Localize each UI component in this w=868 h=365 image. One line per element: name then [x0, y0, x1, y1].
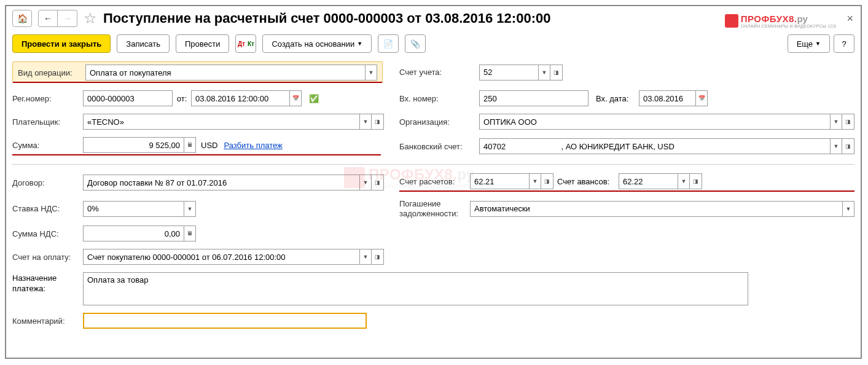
org-label: Организация: — [399, 117, 479, 127]
settleacc-dropdown[interactable]: ▼ — [529, 173, 541, 189]
contract-input[interactable] — [83, 175, 359, 190]
date-input[interactable] — [191, 90, 289, 106]
dt-kt-button[interactable]: ДтКт — [235, 34, 256, 53]
debt-label: Погашение задолженности: — [399, 199, 470, 218]
purpose-textarea[interactable] — [83, 272, 748, 305]
payer-open[interactable]: ◨ — [372, 114, 384, 130]
advanceacc-dropdown[interactable]: ▼ — [678, 173, 690, 189]
bankacc-input[interactable] — [479, 138, 830, 154]
vatrate-label: Ставка НДС: — [12, 204, 83, 213]
payer-label: Плательщик: — [12, 117, 83, 127]
account-open[interactable]: ◨ — [550, 65, 563, 80]
account-dropdown[interactable]: ▼ — [538, 65, 550, 80]
advanceacc-label: Счет авансов: — [557, 177, 619, 186]
invoice-input[interactable] — [83, 249, 359, 265]
favorite-star-icon[interactable]: ☆ — [84, 10, 97, 27]
sum-input[interactable] — [83, 137, 184, 153]
payer-dropdown[interactable]: ▼ — [359, 114, 372, 130]
attach-button[interactable]: 📎 — [405, 34, 426, 53]
comment-label: Комментарий: — [12, 316, 83, 326]
invoice-dropdown[interactable]: ▼ — [359, 249, 372, 265]
org-input[interactable] — [479, 114, 830, 130]
ok-icon: ✅ — [309, 94, 319, 103]
op-type-label: Вид операции: — [18, 68, 85, 77]
payer-input[interactable] — [83, 114, 359, 130]
innum-label: Вх. номер: — [399, 94, 479, 103]
bankacc-dropdown[interactable]: ▼ — [830, 138, 842, 154]
innum-input[interactable] — [479, 90, 588, 106]
brand-logo: ПРОФБУХ8.ру ОНЛАЙН СЕМИНАРЫ И ВИДЕОКУРСЫ… — [725, 14, 836, 28]
org-dropdown[interactable]: ▼ — [830, 114, 842, 130]
invoice-open[interactable]: ◨ — [372, 249, 384, 265]
bankacc-label: Банковский счет: — [399, 142, 479, 151]
regnum-input[interactable] — [83, 90, 173, 106]
vatsum-label: Сумма НДС: — [12, 229, 83, 238]
contract-dropdown[interactable]: ▼ — [359, 175, 372, 190]
account-input[interactable] — [479, 65, 538, 80]
purpose-label: Назначение платежа: — [12, 272, 83, 294]
sum-calc-icon[interactable]: 🖩 — [184, 137, 196, 153]
advanceacc-open[interactable]: ◨ — [690, 173, 702, 189]
logo-icon — [725, 14, 738, 28]
debt-dropdown[interactable]: ▼ — [842, 201, 854, 217]
close-icon[interactable]: × — [846, 12, 853, 25]
debt-input[interactable] — [470, 201, 842, 217]
more-button[interactable]: Еще ▼ — [788, 34, 830, 53]
indate-calendar-icon[interactable]: 📅 — [695, 90, 708, 106]
indate-input[interactable] — [639, 90, 695, 106]
forward-button[interactable]: → — [58, 10, 77, 27]
settleacc-open[interactable]: ◨ — [541, 173, 553, 189]
indate-label: Вх. дата: — [596, 94, 639, 103]
settleacc-input[interactable] — [470, 173, 529, 189]
save-button[interactable]: Записать — [117, 34, 170, 53]
op-type-dropdown[interactable]: ▼ — [365, 65, 377, 80]
bankacc-open[interactable]: ◨ — [842, 138, 854, 154]
vatsum-calc-icon[interactable]: 🖩 — [184, 226, 196, 241]
help-button[interactable]: ? — [834, 34, 854, 53]
regnum-label: Рег.номер: — [12, 94, 83, 103]
settleacc-label: Счет расчетов: — [399, 177, 470, 186]
invoice-label: Счет на оплату: — [12, 253, 83, 262]
vatrate-input[interactable] — [83, 201, 184, 217]
org-open[interactable]: ◨ — [842, 114, 854, 130]
advanceacc-input[interactable] — [619, 173, 678, 189]
contract-label: Договор: — [12, 178, 83, 187]
create-based-button[interactable]: Создать на основании ▼ — [262, 34, 372, 53]
back-button[interactable]: ← — [38, 10, 58, 27]
account-label: Счет учета: — [399, 68, 479, 77]
report-button[interactable]: 📄 — [378, 34, 399, 53]
sum-label: Сумма: — [12, 141, 83, 150]
vatsum-input[interactable] — [83, 226, 184, 241]
post-button[interactable]: Провести — [176, 34, 230, 53]
post-and-close-button[interactable]: Провести и закрыть — [12, 34, 111, 53]
from-label: от: — [173, 94, 191, 103]
contract-open[interactable]: ◨ — [372, 175, 384, 190]
date-calendar-icon[interactable]: 📅 — [289, 90, 302, 106]
op-type-input[interactable] — [85, 65, 365, 80]
home-button[interactable]: 🏠 — [12, 10, 32, 27]
vatrate-dropdown[interactable]: ▼ — [184, 201, 196, 217]
split-payment-link[interactable]: Разбить платеж — [224, 141, 282, 150]
currency-label: USD — [201, 141, 217, 150]
comment-input[interactable] — [83, 313, 367, 329]
